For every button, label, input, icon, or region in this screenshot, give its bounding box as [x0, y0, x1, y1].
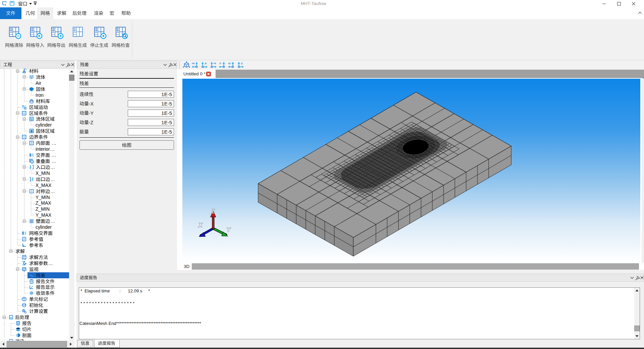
svg-text:X: X [198, 222, 203, 228]
svg-text:+X: +X [192, 62, 195, 65]
svg-text:-Z: -Z [241, 62, 243, 65]
svg-text:+Y: +Y [214, 62, 217, 65]
svg-text:t=0: t=0 [22, 304, 26, 306]
svg-text:-X: -X [204, 62, 207, 65]
svg-text:Z: Z [211, 208, 215, 215]
svg-text:-Y: -Y [219, 62, 221, 65]
svg-text:Y: Y [227, 227, 231, 233]
svg-text:+Z: +Z [228, 62, 231, 65]
